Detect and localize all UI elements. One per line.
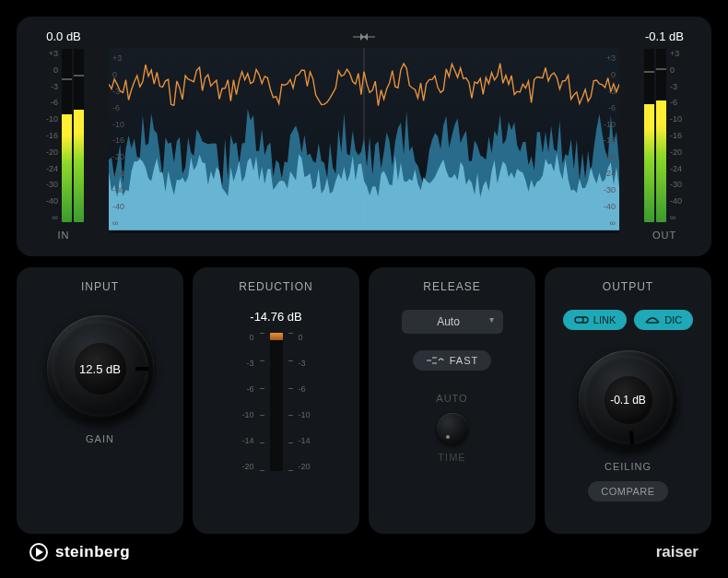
meter-waveform-panel: 0.0 dB +30-3-6-10-16-20-24-30-40∞ IN — [17, 17, 711, 256]
output-panel: OUTPUT LINK DIC -0.1 dB CEILING COMPARE — [545, 267, 711, 534]
release-panel: RELEASE Auto FAST AUTO TIME — [369, 267, 535, 534]
svg-point-0 — [363, 36, 365, 38]
reduction-scale: 0-3-6-10-14-20 — [236, 333, 254, 471]
reduction-scale: 0-3-6-10-14-20 — [299, 333, 317, 471]
auto-label: AUTO — [436, 393, 467, 404]
panel-title: RELEASE — [423, 280, 480, 293]
brand-icon — [29, 543, 48, 561]
brand-name: steinberg — [55, 543, 130, 561]
dic-label: DIC — [664, 314, 682, 325]
meter-fill — [656, 100, 666, 222]
reduction-fill — [270, 333, 283, 340]
meter-peak — [644, 71, 654, 73]
compare-button[interactable]: COMPARE — [588, 481, 667, 501]
input-meter-value: 0.0 dB — [46, 29, 81, 43]
output-meter: -0.1 dB +30-3-6-10-16-20-24-30-40∞ OUT — [627, 29, 702, 241]
waveform-scale: +30-3-6-10-16-20-24-30-40∞ — [109, 48, 135, 233]
reduction-value: -14.76 dB — [250, 310, 301, 324]
waveform-svg — [109, 48, 619, 230]
input-meter-bar-r — [74, 49, 84, 222]
dic-button[interactable]: DIC — [634, 310, 693, 330]
meter-scale: +30-3-6-10-16-20-24-30-40∞ — [670, 49, 685, 222]
waveform-display[interactable]: +30-3-6-10-16-20-24-30-40∞ +30-3-6-10-16… — [109, 48, 619, 233]
release-mode-select[interactable]: Auto — [402, 310, 503, 334]
reduction-meter: 0-3-6-10-14-20 0-3-6-10-14-20 — [236, 333, 317, 471]
balance-icon[interactable] — [351, 29, 377, 44]
fast-button[interactable]: FAST — [413, 350, 492, 371]
plugin-window: 0.0 dB +30-3-6-10-16-20-24-30-40∞ IN — [0, 0, 728, 578]
output-meter-bar-l — [644, 49, 654, 222]
link-button[interactable]: LINK — [563, 310, 627, 330]
release-time-knob[interactable] — [437, 413, 468, 444]
output-meter-bar-r — [656, 49, 666, 222]
meter-scale: +30-3-6-10-16-20-24-30-40∞ — [43, 49, 58, 222]
knob-marker — [628, 431, 633, 444]
ceiling-value: -0.1 dB — [605, 376, 652, 424]
footer: steinberg raiser — [17, 534, 711, 561]
meter-fill — [644, 104, 654, 222]
fast-label: FAST — [450, 355, 479, 366]
waveform-scale: +30-3-6-10-16-20-24-30-40∞ — [593, 48, 619, 233]
fast-icon — [426, 356, 444, 365]
panel-title: REDUCTION — [239, 280, 312, 293]
link-icon — [574, 315, 589, 324]
gain-knob[interactable]: 12.5 dB — [47, 315, 154, 422]
link-label: LINK — [593, 314, 616, 325]
product-name: raiser — [656, 543, 699, 561]
reduction-dashes — [288, 333, 293, 471]
brand: steinberg — [29, 543, 130, 561]
ceiling-knob[interactable]: -0.1 dB — [579, 350, 678, 450]
input-meter-label: IN — [58, 230, 70, 241]
input-meter-bar-l — [62, 49, 72, 222]
ceiling-label: CEILING — [605, 461, 652, 472]
input-meter: 0.0 dB +30-3-6-10-16-20-24-30-40∞ IN — [26, 29, 101, 241]
output-meter-label: OUT — [652, 230, 676, 241]
panel-title: OUTPUT — [603, 280, 653, 293]
meter-peak — [62, 78, 72, 80]
panel-title: INPUT — [81, 280, 119, 293]
reduction-bar — [270, 333, 283, 471]
meter-peak — [656, 68, 666, 70]
gain-value: 12.5 dB — [75, 343, 126, 395]
dic-icon — [645, 315, 660, 324]
meter-peak — [74, 75, 84, 77]
knob-marker — [135, 367, 148, 371]
time-label: TIME — [438, 452, 465, 463]
reduction-panel: REDUCTION -14.76 dB 0-3-6-10-14-20 0-3-6… — [193, 267, 359, 534]
waveform-area: +30-3-6-10-16-20-24-30-40∞ +30-3-6-10-16… — [109, 29, 619, 233]
output-meter-value: -0.1 dB — [645, 29, 684, 43]
meter-fill — [74, 110, 84, 222]
gain-label: GAIN — [86, 433, 114, 444]
meter-fill — [62, 114, 72, 222]
reduction-dashes — [260, 333, 264, 471]
input-panel: INPUT 12.5 dB GAIN — [17, 267, 183, 534]
